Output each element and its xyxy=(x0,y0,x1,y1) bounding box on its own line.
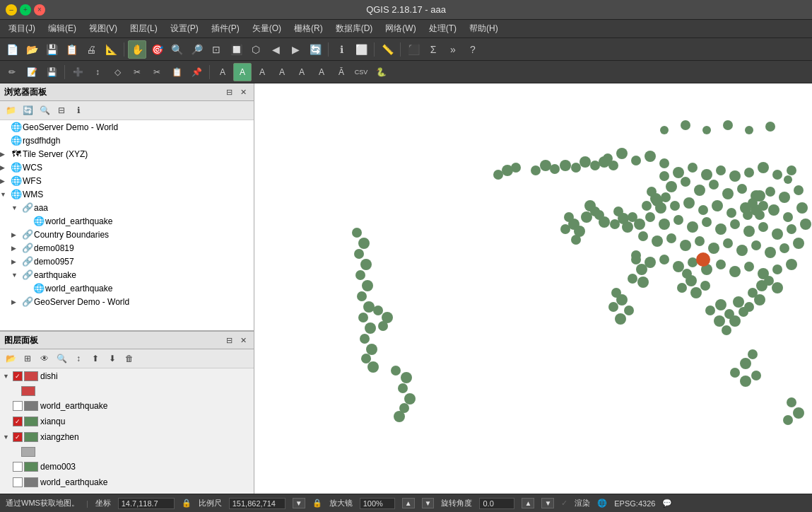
layers-sort-button[interactable]: ↕ xyxy=(71,351,86,366)
layer-list-item[interactable]: ▼✓xiangzhen xyxy=(0,429,254,445)
coord-input[interactable] xyxy=(118,498,175,509)
zoom-down-button[interactable]: ▼ xyxy=(422,498,435,508)
menu-raster[interactable]: 栅格(R) xyxy=(288,21,329,36)
paste-button[interactable]: 📌 xyxy=(187,63,206,81)
layers-minimize-button[interactable]: ⊟ xyxy=(223,334,235,347)
browser-filter-button[interactable]: 🔍 xyxy=(37,103,52,118)
field-calc-button[interactable]: Σ xyxy=(424,40,442,59)
zoom-out-button[interactable]: 🔎 xyxy=(187,40,206,59)
layer-checkbox[interactable]: ✓ xyxy=(13,417,23,426)
menu-vector[interactable]: 矢量(O) xyxy=(247,21,287,36)
menu-processing[interactable]: 处理(T) xyxy=(423,21,462,36)
browser-add-button[interactable]: 📁 xyxy=(3,103,18,118)
new-project-button[interactable]: 📄 xyxy=(3,40,21,59)
browser-tree-item[interactable]: ▶🔗Country Boundaries xyxy=(0,228,254,241)
zoom-full-button[interactable]: ⊡ xyxy=(207,40,225,59)
layers-visibility-button[interactable]: 👁 xyxy=(37,351,52,366)
layer-checkbox[interactable]: ✓ xyxy=(13,371,23,381)
map-area[interactable] xyxy=(254,83,812,494)
browser-tree-item[interactable]: 🌐world_earthquake xyxy=(0,214,254,228)
more-button[interactable]: » xyxy=(444,40,462,59)
close-button[interactable]: × xyxy=(34,4,45,16)
zoom-in-button[interactable]: 🔍 xyxy=(167,40,186,59)
browser-tree-item[interactable]: ▶🔗GeoServer Demo - World xyxy=(0,295,254,308)
label-5-button[interactable]: A xyxy=(312,63,331,81)
label-3-button[interactable]: A xyxy=(273,63,291,81)
menu-layer[interactable]: 图层(L) xyxy=(124,21,163,36)
layer-checkbox[interactable] xyxy=(13,477,23,487)
layer-list-item[interactable]: demo003 xyxy=(0,459,254,475)
browser-tree-item[interactable]: ▶🔗demo0957 xyxy=(0,255,254,268)
save-project-button[interactable]: 💾 xyxy=(42,40,61,59)
label-6-button[interactable]: Ā xyxy=(332,63,351,81)
layer-list-item[interactable]: world_earthquake xyxy=(0,398,254,414)
edit-pencil-button[interactable]: ✏ xyxy=(3,63,21,81)
layers-add-group-button[interactable]: ⊞ xyxy=(20,351,35,366)
save-as-button[interactable]: 📋 xyxy=(62,40,81,59)
help-button[interactable]: ? xyxy=(464,40,482,59)
maximize-button[interactable]: + xyxy=(20,4,31,16)
toggle-edit-button[interactable]: 📝 xyxy=(23,63,41,81)
rotation-down-button[interactable]: ▼ xyxy=(541,498,554,508)
menu-edit[interactable]: 编辑(E) xyxy=(42,21,82,36)
browser-tree-item[interactable]: 🌐GeoServer Demo - World xyxy=(0,120,254,134)
zoom-up-button[interactable]: ▲ xyxy=(402,498,415,508)
csv-button[interactable]: CSV xyxy=(352,63,370,81)
pan-button[interactable]: ✋ xyxy=(128,40,146,59)
browser-close-button[interactable]: ✕ xyxy=(237,86,249,98)
save-edits-button[interactable]: 💾 xyxy=(42,63,61,81)
browser-minimize-button[interactable]: ⊟ xyxy=(223,86,235,98)
rotation-up-button[interactable]: ▲ xyxy=(522,498,534,508)
label-active-button[interactable]: A xyxy=(233,63,252,81)
layer-checkbox[interactable]: ✓ xyxy=(13,432,23,442)
delete-button[interactable]: ✂ xyxy=(128,63,146,81)
browser-tree-item[interactable]: ▼🌐WMS xyxy=(0,187,254,201)
zoom-next-button[interactable]: ▶ xyxy=(286,40,305,59)
scale-input[interactable] xyxy=(229,498,286,509)
layers-filter-button[interactable]: 🔍 xyxy=(54,351,69,366)
layer-list-item[interactable]: ▼✓dishi xyxy=(0,368,254,384)
browser-refresh-button[interactable]: 🔄 xyxy=(20,103,35,118)
layer-checkbox[interactable] xyxy=(13,401,23,411)
browser-tree-item[interactable]: ▶🌐WCS xyxy=(0,161,254,174)
digitize-add-button[interactable]: ➕ xyxy=(69,63,87,81)
node-tool-button[interactable]: ◇ xyxy=(108,63,126,81)
browser-collapse-button[interactable]: ⊟ xyxy=(54,103,69,118)
zoom-selection-button[interactable]: ⬡ xyxy=(247,40,265,59)
layer-checkbox[interactable] xyxy=(13,462,23,472)
refresh-button[interactable]: 🔄 xyxy=(306,40,324,59)
menu-help[interactable]: 帮助(H) xyxy=(464,21,504,36)
layers-open-button[interactable]: 📂 xyxy=(3,351,18,366)
browser-tree-item[interactable]: ▶🔗demo0819 xyxy=(0,241,254,255)
menu-project[interactable]: 项目(J) xyxy=(3,21,41,36)
copy-button[interactable]: 📋 xyxy=(167,63,186,81)
layers-remove-button[interactable]: 🗑 xyxy=(122,351,137,366)
label-button[interactable]: A xyxy=(213,63,232,81)
menu-view[interactable]: 视图(V) xyxy=(83,21,123,36)
layers-close-button[interactable]: ✕ xyxy=(237,334,249,347)
measure-button[interactable]: 📏 xyxy=(378,40,396,59)
pan-to-selection-button[interactable]: 🎯 xyxy=(148,40,166,59)
browser-tree-item[interactable]: ▼🔗aaa xyxy=(0,201,254,214)
scale-dropdown-button[interactable]: ▼ xyxy=(293,498,305,508)
open-project-button[interactable]: 📂 xyxy=(23,40,41,59)
identify-button[interactable]: ℹ xyxy=(332,40,351,59)
label-2-button[interactable]: A xyxy=(253,63,271,81)
browser-tree-item[interactable]: ▶🌐WFS xyxy=(0,174,254,187)
menu-plugins[interactable]: 插件(P) xyxy=(206,21,245,36)
browser-help-button[interactable]: ℹ xyxy=(71,103,86,118)
cut-button[interactable]: ✂ xyxy=(148,63,166,81)
python-button[interactable]: 🐍 xyxy=(372,63,390,81)
layer-expand-arrow[interactable]: ▼ xyxy=(3,373,13,380)
zoom-layer-button[interactable]: 🔲 xyxy=(227,40,245,59)
layer-list-item[interactable]: world_earthquake xyxy=(0,475,254,490)
print-composer-button[interactable]: 📐 xyxy=(102,40,120,59)
layers-collapse-button[interactable]: ⬇ xyxy=(105,351,120,366)
browser-tree-item[interactable]: 🌐rgsdfhdgh xyxy=(0,134,254,147)
layer-list-item[interactable]: ✓xianqu xyxy=(0,414,254,429)
zoom-input[interactable] xyxy=(360,498,395,509)
browser-tree-item[interactable]: 🌐world_earthquake xyxy=(0,281,254,295)
rotation-input[interactable] xyxy=(479,498,514,509)
digitize-move-button[interactable]: ↕ xyxy=(88,63,107,81)
add-layers-button[interactable]: ⬛ xyxy=(404,40,423,59)
